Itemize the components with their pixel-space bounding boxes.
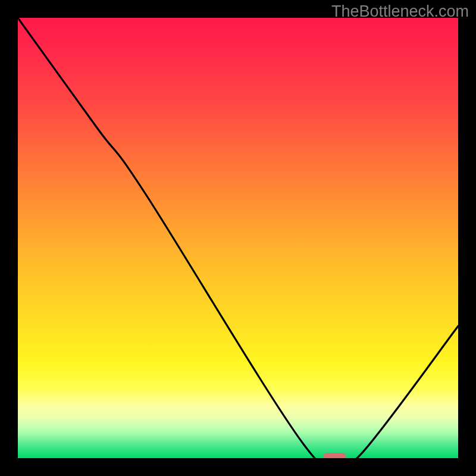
watermark-text: TheBottleneck.com [331,2,469,21]
plot-area [18,18,458,458]
optimal-marker [324,453,346,458]
bottleneck-curve [18,18,458,458]
